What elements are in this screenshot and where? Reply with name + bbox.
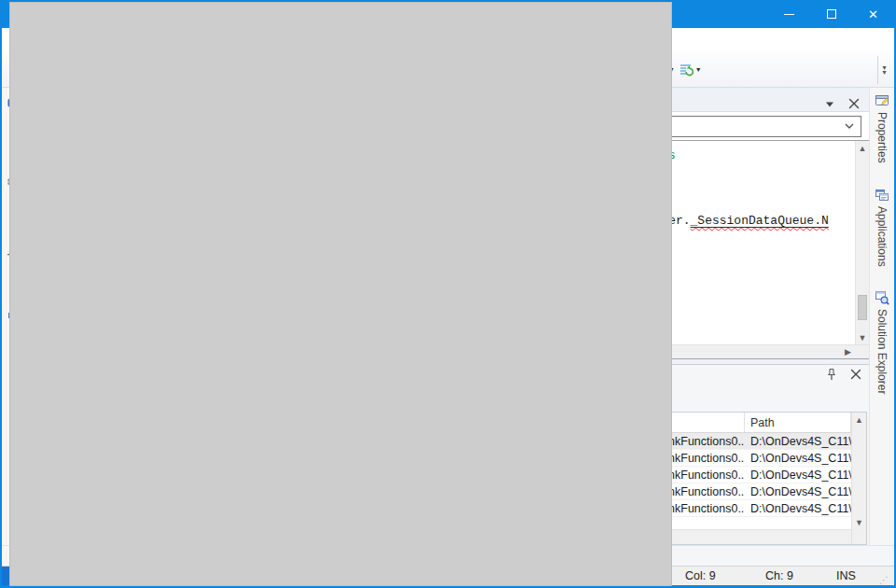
toolbar-overflow-button[interactable]: ▾▾: [877, 56, 890, 84]
status-column: Col: 9: [685, 569, 765, 582]
path-cell: D:\OnDevs4S_C11\...: [745, 469, 851, 482]
dropdown-arrow-icon[interactable]: ▼: [695, 66, 702, 73]
sidebar-tab-applications[interactable]: Applications: [875, 188, 889, 267]
errors-panel: Errors 10 Errors0 Warnings0 Messages ! L…: [27, 364, 869, 545]
editor-vertical-scrollbar[interactable]: ▲ ▼: [855, 141, 869, 344]
maximize-button[interactable]: [810, 0, 852, 28]
column-path[interactable]: Path: [745, 413, 851, 432]
errors-vertical-scrollbar[interactable]: ▲ ▼: [851, 413, 866, 544]
resize-grip[interactable]: ⋰: [879, 575, 894, 585]
path-cell: D:\OnDevs4S_C11\...: [745, 452, 851, 465]
scroll-up-icon[interactable]: ▲: [856, 141, 869, 155]
path-cell: D:\OnDevs4S_C11\...: [745, 485, 851, 498]
close-button[interactable]: ✕: [852, 0, 894, 28]
tabbar-close-icon[interactable]: [847, 96, 861, 111]
minimize-button[interactable]: [768, 0, 810, 28]
status-insert-mode: INS: [836, 569, 879, 582]
format-refresh-button[interactable]: ▼: [677, 57, 704, 83]
chevron-down-icon[interactable]: [842, 119, 857, 133]
format-refresh-icon: [679, 63, 693, 77]
document-area: ODBankFunctions.app ODBankFunctions004.c…: [27, 88, 869, 545]
sidebar-tab-solution-explorer[interactable]: Solution Explorer: [875, 290, 889, 394]
scroll-down-icon[interactable]: ▼: [852, 515, 866, 529]
clarion-ide-window: ODBankFunctions - Clarion [version 11.1.…: [0, 0, 896, 588]
scroll-down-icon[interactable]: ▼: [856, 330, 869, 344]
scroll-right-icon[interactable]: ▶: [841, 347, 855, 357]
close-panel-icon[interactable]: [848, 367, 863, 382]
applications-icon: [875, 188, 889, 203]
solution-explorer-icon: [875, 290, 889, 305]
main-area: ToolboxOKControl TemplatesData / Tables …: [2, 88, 894, 545]
errors-grid: ! Line Description File Path 527Field no…: [29, 412, 867, 545]
sidebar-tab-properties[interactable]: Properties: [875, 93, 889, 163]
right-tool-strip: PropertiesApplicationsSolution Explorer: [869, 88, 894, 545]
sidebar-tab-label: Applications: [875, 206, 889, 267]
sidebar-tab-label: Properties: [875, 112, 889, 163]
scroll-up-icon[interactable]: ▲: [852, 413, 866, 427]
status-char: Ch: 9: [765, 569, 836, 582]
tab-list-chevron-icon[interactable]: [822, 96, 837, 111]
pin-icon[interactable]: [824, 367, 839, 382]
error-token: _SessionDataQueue.N: [691, 214, 829, 228]
path-cell: D:\OnDevs4S_C11\...: [745, 502, 851, 515]
path-cell: D:\OnDevs4S_C11\...: [745, 435, 851, 448]
properties-icon: [875, 93, 889, 108]
sidebar-tab-label: Solution Explorer: [875, 309, 889, 394]
errors-horizontal-scrollbar[interactable]: ◀ ▶: [30, 529, 851, 544]
